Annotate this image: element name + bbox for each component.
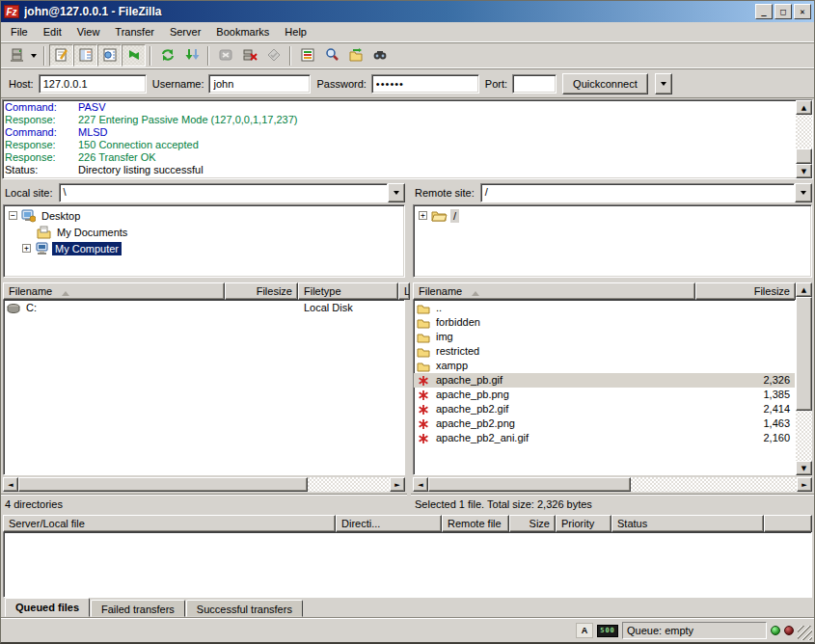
host-label: Host: (9, 78, 34, 90)
menu-help[interactable]: Help (277, 23, 314, 40)
scroll-left-icon[interactable]: ◄ (3, 477, 18, 492)
remote-file-row[interactable]: xampp (414, 359, 795, 373)
scroll-up-icon[interactable]: ▲ (796, 100, 812, 115)
quickconnect-dropdown[interactable] (655, 73, 672, 94)
site-manager-button[interactable] (4, 44, 28, 67)
tree-item-root[interactable]: + / (415, 207, 810, 224)
scrollbar-thumb[interactable] (796, 297, 812, 411)
username-label: Username: (152, 78, 204, 90)
scroll-left-icon[interactable]: ◄ (413, 477, 428, 492)
local-horizontal-scrollbar[interactable]: ◄ ► (3, 477, 405, 492)
local-file-row[interactable]: C: Local Disk (4, 301, 404, 315)
menu-server[interactable]: Server (162, 23, 208, 40)
site-manager-dropdown[interactable] (28, 44, 40, 67)
local-site-path[interactable]: \ (59, 183, 388, 202)
tab-queued-files[interactable]: Queued files (5, 598, 90, 617)
remote-file-row[interactable]: restricted (414, 344, 795, 359)
local-site-combobox[interactable]: \ (59, 183, 405, 202)
menu-transfer[interactable]: Transfer (107, 23, 162, 40)
process-queue-icon (184, 47, 200, 65)
queue-body[interactable] (3, 532, 812, 598)
column-remote-file[interactable]: Remote file (442, 515, 509, 532)
close-button[interactable]: ✕ (794, 4, 811, 19)
column-filename[interactable]: Filename (413, 282, 695, 300)
file-search-button[interactable] (319, 44, 343, 67)
remote-file-row[interactable]: apache_pb2.png 1,463 (414, 416, 795, 431)
tree-item-my-computer[interactable]: + My Computer (5, 240, 403, 256)
remote-file-row[interactable]: img (414, 330, 795, 344)
toggle-message-log-button[interactable] (49, 44, 73, 67)
cancel-operation-button[interactable] (213, 44, 237, 67)
log-line: Response:150 Connection accepted (5, 139, 794, 151)
process-queue-button[interactable] (179, 44, 204, 67)
refresh-button[interactable] (155, 44, 179, 67)
remote-file-row[interactable]: apache_pb2.gif 2,414 (414, 402, 795, 416)
password-input[interactable] (371, 74, 479, 94)
synchronized-browsing-button[interactable] (367, 44, 392, 67)
log-line: Response:227 Entering Passive Mode (127,… (5, 114, 794, 126)
quickconnect-button[interactable]: Quickconnect (562, 73, 648, 94)
minimize-button[interactable]: _ (755, 4, 773, 19)
collapse-icon[interactable]: − (9, 211, 17, 220)
toggle-queue-button[interactable] (122, 44, 146, 67)
remote-site-combobox[interactable]: / (480, 183, 812, 202)
remote-file-list: Filename Filesize .. forbidden (413, 282, 812, 475)
remote-file-row-selected[interactable]: apache_pb.gif 2,326 (414, 373, 795, 388)
log-vertical-scrollbar[interactable]: ▲ ▼ (796, 100, 812, 178)
column-size[interactable]: Size (509, 515, 556, 532)
column-status[interactable]: Status (611, 515, 764, 532)
scroll-down-icon[interactable]: ▼ (796, 461, 812, 475)
column-filetype[interactable]: Filetype (298, 282, 398, 300)
tree-item-label[interactable]: / (450, 209, 459, 223)
scrollbar-thumb[interactable] (428, 477, 631, 492)
remote-file-row[interactable]: apache_pb2_ani.gif 2,160 (414, 431, 795, 445)
remote-pane: Remote site: / + / Filename Files (411, 181, 814, 513)
menu-file[interactable]: File (3, 23, 36, 40)
remote-file-row[interactable]: apache_pb.png 1,385 (414, 388, 795, 402)
remote-file-row[interactable]: forbidden (414, 315, 795, 330)
remote-site-dropdown[interactable] (795, 183, 812, 202)
scrollbar-thumb[interactable] (18, 477, 308, 492)
directory-listing-filters-button[interactable] (295, 44, 319, 67)
expand-icon[interactable]: + (419, 211, 427, 220)
maximize-button[interactable]: □ (774, 4, 792, 19)
tab-successful-transfers[interactable]: Successful transfers (186, 600, 303, 617)
reconnect-button[interactable] (261, 44, 285, 67)
expand-icon[interactable]: + (22, 244, 31, 253)
disconnect-button[interactable] (237, 44, 261, 67)
scroll-up-icon[interactable]: ▲ (796, 282, 812, 297)
tree-item-my-documents[interactable]: My Documents (5, 224, 403, 240)
scroll-right-icon[interactable]: ► (797, 477, 812, 492)
column-filesize[interactable]: Filesize (695, 282, 796, 300)
menu-bookmarks[interactable]: Bookmarks (208, 23, 277, 40)
toggle-remote-tree-button[interactable] (97, 44, 122, 67)
toggle-local-tree-button[interactable] (73, 44, 97, 67)
toggle-local-tree-icon (78, 47, 94, 65)
column-filesize[interactable]: Filesize (225, 282, 298, 300)
remote-site-path[interactable]: / (480, 183, 795, 202)
remote-vertical-scrollbar[interactable]: ▲ ▼ (796, 282, 812, 475)
scroll-right-icon[interactable]: ► (390, 477, 405, 492)
scrollbar-thumb[interactable] (796, 148, 812, 164)
remote-file-row[interactable]: .. (414, 301, 795, 315)
menu-view[interactable]: View (69, 23, 108, 40)
tree-item-desktop[interactable]: − Desktop (5, 207, 403, 224)
resize-grip[interactable] (798, 626, 812, 640)
column-filename[interactable]: Filename (3, 282, 225, 300)
local-site-dropdown[interactable] (388, 183, 405, 202)
remote-horizontal-scrollbar[interactable]: ◄ ► (413, 477, 812, 492)
host-input[interactable] (39, 74, 147, 94)
tree-item-label[interactable]: My Computer (52, 242, 122, 255)
directory-comparison-button[interactable] (343, 44, 367, 67)
column-direction[interactable]: Directi... (336, 515, 442, 532)
column-priority[interactable]: Priority (556, 515, 611, 532)
tree-item-label[interactable]: Desktop (39, 209, 83, 223)
scroll-down-icon[interactable]: ▼ (796, 164, 812, 178)
column-server-local-file[interactable]: Server/Local file (3, 515, 336, 532)
tab-failed-transfers[interactable]: Failed transfers (91, 600, 185, 617)
username-input[interactable] (208, 74, 311, 94)
menu-edit[interactable]: Edit (36, 23, 69, 40)
queue-size-indicator: Queue: empty (622, 622, 767, 639)
tree-item-label[interactable]: My Documents (54, 226, 130, 239)
port-input[interactable] (512, 74, 557, 94)
